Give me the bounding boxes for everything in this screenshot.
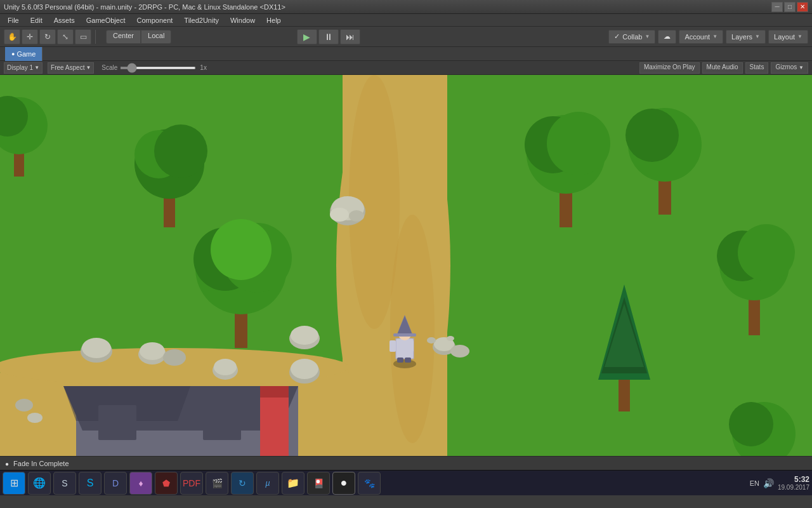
display-arrow: ▼ (34, 65, 39, 70)
volume-icon[interactable]: 🔊 (763, 478, 774, 488)
svg-point-51 (330, 208, 349, 222)
svg-point-26 (625, 109, 679, 162)
start-button[interactable]: ⊞ (3, 472, 25, 495)
layout-dropdown-arrow: ▼ (797, 34, 802, 39)
rotate-tool[interactable]: ↻ (39, 29, 56, 44)
status-bar: ● Fade In Complete (0, 456, 812, 470)
collab-dropdown-arrow: ▼ (645, 34, 650, 39)
menu-bar: File Edit Assets GameObject Component Ti… (0, 14, 812, 27)
hand-tool[interactable]: ✋ (4, 29, 20, 44)
title-bar-text: Unity 5.6.0f3 Personal (64bit) - main.un… (4, 3, 285, 11)
menu-gameobject[interactable]: GameObject (81, 15, 131, 25)
svg-point-63 (214, 359, 237, 375)
svg-rect-79 (390, 340, 396, 352)
svg-point-67 (427, 337, 436, 344)
svg-rect-10 (98, 405, 136, 440)
chrome-icon[interactable]: 🌐 (28, 472, 51, 495)
svg-point-42 (729, 402, 773, 446)
pause-button[interactable]: ⏸ (318, 29, 339, 44)
svg-point-56 (140, 342, 165, 360)
display-select[interactable]: Display 1 ▼ (4, 62, 43, 74)
game-tab-label: Game (16, 50, 36, 58)
game-scene (0, 75, 812, 456)
maximize-button[interactable]: □ (784, 2, 796, 12)
local-button[interactable]: Local (141, 30, 171, 44)
collab-label: Collab (622, 33, 642, 41)
files-icon[interactable]: 📁 (282, 472, 304, 495)
menu-tiled2unity[interactable]: Tiled2Unity (179, 15, 224, 25)
account-button[interactable]: Account ▼ (679, 30, 723, 44)
scale-value: 1x (200, 64, 207, 71)
step-button[interactable]: ⏭ (340, 29, 360, 44)
game-tab[interactable]: ● Game (5, 47, 43, 61)
menu-window[interactable]: Window (225, 15, 260, 25)
menu-edit[interactable]: Edit (25, 15, 48, 25)
language-indicator: EN (750, 479, 759, 487)
layout-label: Layout (774, 33, 795, 41)
game-right-buttons: Maximize On Play Mute Audio Stats Gizmos… (639, 62, 808, 74)
svg-point-52 (349, 210, 364, 222)
center-button[interactable]: Center (106, 30, 141, 44)
steam-icon[interactable]: S (53, 472, 76, 495)
svg-point-23 (547, 112, 610, 175)
svg-point-68 (447, 336, 454, 341)
app6-icon[interactable]: ⬟ (155, 472, 178, 495)
maximize-on-play-btn[interactable]: Maximize On Play (639, 62, 700, 74)
menu-help[interactable]: Help (261, 15, 286, 25)
svg-point-54 (82, 338, 111, 358)
clock: 5:32 19.09.2017 (778, 475, 809, 491)
pivot-toggle: Center Local (106, 30, 171, 44)
mute-audio-btn[interactable]: Mute Audio (702, 62, 743, 74)
utorrent-icon[interactable]: µ (256, 472, 279, 495)
play-button[interactable]: ▶ (297, 29, 317, 44)
layers-button[interactable]: Layers ▼ (726, 30, 766, 44)
collab-button[interactable]: ✓ Collab ▼ (608, 30, 655, 44)
game-viewport (0, 75, 812, 456)
rect-tool[interactable]: ▭ (75, 29, 91, 44)
layout-button[interactable]: Layout ▼ (768, 30, 808, 44)
close-button[interactable]: ✕ (797, 2, 808, 12)
gizmos-arrow: ▼ (799, 65, 804, 70)
fade-icon: ● (5, 460, 9, 467)
svg-rect-14 (260, 392, 289, 456)
cloud-icon: ☁ (664, 32, 671, 41)
play-controls: ▶ ⏸ ⏭ (297, 29, 360, 44)
taskbar-right: EN 🔊 5:32 19.09.2017 (750, 475, 809, 491)
svg-point-31 (211, 219, 272, 280)
svg-point-39 (738, 224, 795, 281)
move-tool[interactable]: ✛ (22, 29, 38, 44)
stats-btn[interactable]: Stats (745, 62, 769, 74)
svg-point-70 (27, 413, 43, 423)
gizmos-btn[interactable]: Gizmos ▼ (771, 62, 808, 74)
menu-file[interactable]: File (3, 15, 24, 25)
app12-icon[interactable]: 🎴 (307, 472, 330, 495)
cloud-button[interactable]: ☁ (658, 30, 676, 44)
app14-icon[interactable]: 🐾 (358, 472, 381, 495)
scale-slider[interactable] (120, 67, 196, 69)
menu-assets[interactable]: Assets (49, 15, 80, 25)
right-toolbar: ✓ Collab ▼ ☁ Account ▼ Layers ▼ Layout ▼ (608, 30, 808, 44)
svg-point-69 (15, 399, 33, 411)
scale-tool[interactable]: ⤡ (57, 29, 74, 44)
taskbar: ⊞ 🌐 S S D ♦ ⬟ PDF 🎬 ↻ µ 📁 🎴 ● 🐾 EN 🔊 5:3… (0, 470, 812, 495)
svg-rect-80 (407, 340, 414, 352)
display-label: Display 1 (7, 64, 33, 71)
status-text: Fade In Complete (13, 460, 69, 467)
clapper-icon[interactable]: 🎬 (206, 472, 228, 495)
minimize-button[interactable]: ─ (771, 2, 783, 12)
discord-icon[interactable]: D (104, 472, 127, 495)
unity-icon[interactable]: ● (332, 472, 355, 495)
update-icon[interactable]: ↻ (231, 472, 254, 495)
tool-group: ✋ ✛ ↻ ⤡ ▭ (4, 29, 91, 44)
svg-rect-81 (397, 358, 403, 363)
svg-rect-77 (393, 333, 416, 337)
svg-point-19 (154, 124, 207, 178)
aspect-select[interactable]: Free Aspect ▼ (48, 62, 94, 74)
skype-icon[interactable]: S (79, 472, 102, 495)
svg-point-59 (291, 326, 318, 345)
svg-rect-11 (203, 405, 241, 440)
pdf-icon[interactable]: PDF (180, 472, 203, 495)
app5-icon[interactable]: ♦ (129, 472, 152, 495)
menu-component[interactable]: Component (131, 15, 178, 25)
aspect-arrow: ▼ (86, 65, 91, 70)
